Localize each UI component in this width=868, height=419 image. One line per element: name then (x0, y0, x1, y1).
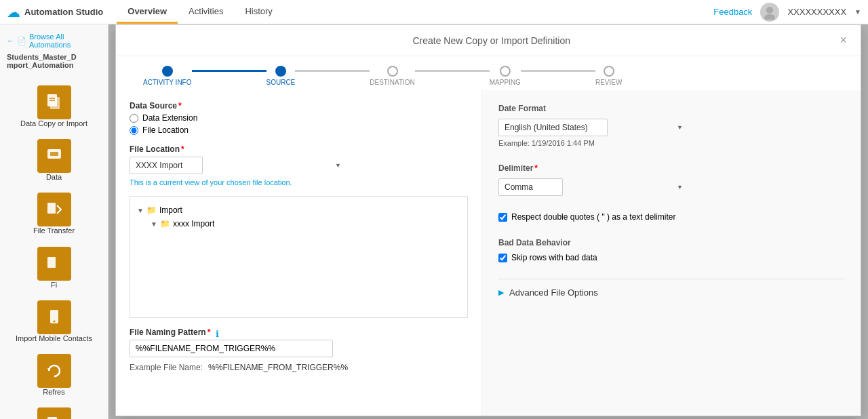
tree-root-item[interactable]: ▼ 📁 Import (137, 203, 460, 217)
file-naming-group: File Naming Pattern ℹ Example File Name:… (130, 327, 468, 372)
sidebar-item-import-mobile[interactable]: Import Mobile Contacts (0, 295, 108, 348)
sidebar-item-refresh[interactable]: Refres (0, 348, 108, 402)
info-icon[interactable]: ℹ (216, 329, 219, 339)
svg-point-0 (766, 7, 773, 14)
folder-icon-2: 📁 (160, 219, 170, 228)
tab-overview[interactable]: Overview (117, 0, 178, 24)
step-connector-3 (415, 70, 490, 72)
step-circle-2 (275, 66, 286, 77)
step-connector-4 (521, 70, 595, 72)
file-location-select-wrapper: XXXX Import (130, 157, 347, 174)
feedback-link[interactable]: Feedback (713, 7, 752, 17)
user-dropdown-caret[interactable]: ▼ (854, 8, 861, 16)
data-copy-icon (37, 85, 71, 119)
sidebar-item-report[interactable]: Report Definition (0, 402, 108, 419)
report-icon (37, 407, 71, 419)
tree-child-label: xxxx Import (173, 219, 214, 228)
tree-indent-1: ▼ 📁 xxxx Import (137, 217, 460, 231)
date-format-select[interactable]: English (United States) (498, 119, 608, 136)
sidebar-breadcrumb[interactable]: ← 📄 Browse All Automations (0, 30, 108, 52)
fi-icon (37, 247, 71, 281)
username: XXXXXXXXXX (787, 7, 846, 17)
data-source-label: Data Source (130, 101, 468, 111)
brand-name: Automation Studio (24, 7, 103, 17)
respect-quotes-item[interactable]: Respect double quotes ( " ) as a text de… (498, 212, 844, 222)
advanced-options-toggle[interactable]: ▶ Advanced File Options (498, 279, 844, 306)
step-source: SOURCE (267, 66, 296, 86)
step-destination: DESTINATION (370, 66, 414, 86)
modal-overlay: Create New Copy or Import Definition × A… (108, 24, 868, 419)
file-naming-input[interactable] (130, 340, 333, 357)
example-label: Example File Name: (130, 363, 203, 372)
delimiter-field: Delimiter Comma Tab Pipe Semicolon (498, 163, 844, 196)
delimiter-label: Delimiter (498, 163, 844, 173)
respect-quotes-field: Respect double quotes ( " ) as a text de… (498, 212, 844, 222)
radio-file-location-item[interactable]: File Location (130, 125, 468, 135)
file-location-select[interactable]: XXXX Import (130, 157, 203, 174)
step-label-5: REVIEW (595, 79, 622, 86)
modal-body: Data Source Data Extension File Location (116, 90, 861, 416)
brand-cloud-icon: ☁ (7, 4, 20, 20)
advanced-caret-icon: ▶ (498, 288, 504, 297)
step-review: REVIEW (595, 66, 622, 86)
svg-rect-8 (47, 203, 56, 214)
radio-data-extension-item[interactable]: Data Extension (130, 113, 468, 123)
tree-caret-1: ▼ (137, 207, 144, 214)
tree-child-item[interactable]: ▼ 📁 xxxx Import (151, 217, 460, 231)
svg-point-11 (53, 320, 55, 322)
tree-caret-2: ▼ (151, 220, 157, 228)
skip-rows-item[interactable]: Skip rows with bad data (498, 253, 844, 262)
radio-data-extension[interactable] (130, 114, 138, 123)
stepper: ACTIVITY INFO SOURCE DESTINATION (116, 56, 861, 90)
step-circle-4 (500, 66, 511, 77)
modal-right-panel: Date Format English (United States) Exam… (482, 90, 861, 416)
automation-name: Students_Master_D mport_Automation (0, 52, 108, 75)
top-nav: ☁ Automation Studio Overview Activities … (0, 0, 868, 24)
file-location-group: File Location XXXX Import This is a curr… (130, 144, 468, 186)
file-naming-row: File Naming Pattern ℹ (130, 327, 468, 340)
tab-activities[interactable]: Activities (178, 0, 234, 24)
modal-close-button[interactable]: × (840, 33, 847, 47)
sidebar-item-data[interactable]: Data (0, 134, 108, 187)
example-filename-row: Example File Name: %%FILENAME_FROM_TRIGG… (130, 363, 468, 372)
bad-data-field: Bad Data Behavior Skip rows with bad dat… (498, 238, 844, 262)
skip-rows-checkbox[interactable] (498, 254, 507, 262)
refresh-label: Refres (43, 388, 64, 397)
advanced-label: Advanced File Options (509, 287, 598, 298)
step-mapping: MAPPING (490, 66, 521, 86)
sidebar: ← 📄 Browse All Automations Students_Mast… (0, 24, 108, 419)
date-format-label: Date Format (498, 104, 844, 113)
step-circle-5 (604, 66, 614, 77)
respect-quotes-checkbox[interactable] (498, 213, 507, 222)
file-transfer-icon (37, 193, 71, 226)
svg-rect-9 (47, 257, 56, 268)
radio-file-location[interactable] (130, 126, 138, 135)
folder-icon-1: 📁 (146, 205, 157, 215)
respect-quotes-label: Respect double quotes ( " ) as a text de… (511, 212, 675, 222)
skip-rows-label: Skip rows with bad data (511, 253, 597, 262)
back-arrow-icon: ← (7, 37, 14, 45)
main-content: Create New Copy or Import Definition × A… (108, 24, 868, 419)
data-icon (37, 139, 71, 173)
sidebar-item-file-transfer[interactable]: File Transfer (0, 187, 108, 241)
tree-root-label: Import (159, 205, 182, 215)
delimiter-select[interactable]: Comma Tab Pipe Semicolon (498, 178, 563, 196)
step-connector-1 (192, 70, 267, 72)
sidebar-item-data-copy[interactable]: Data Copy or Import (0, 80, 108, 134)
step-label-2: SOURCE (267, 79, 296, 86)
modal: Create New Copy or Import Definition × A… (115, 24, 861, 416)
data-label: Data (46, 173, 62, 182)
modal-title: Create New Copy or Import Definition (143, 35, 840, 46)
import-mobile-label: Import Mobile Contacts (16, 334, 92, 343)
date-format-field: Date Format English (United States) Exam… (498, 104, 844, 147)
radio-data-extension-label: Data Extension (142, 113, 197, 123)
sidebar-item-fi[interactable]: Fi (0, 241, 108, 295)
layout: ← 📄 Browse All Automations Students_Mast… (0, 24, 868, 419)
svg-rect-7 (50, 152, 58, 156)
tab-history[interactable]: History (234, 0, 283, 24)
date-format-example: Example: 1/19/2016 1:44 PM (498, 139, 844, 147)
date-format-select-wrapper: English (United States) (498, 119, 688, 136)
file-transfer-label: File Transfer (33, 226, 75, 235)
file-location-label: File Location (130, 144, 468, 154)
brand: ☁ Automation Studio (7, 4, 103, 20)
